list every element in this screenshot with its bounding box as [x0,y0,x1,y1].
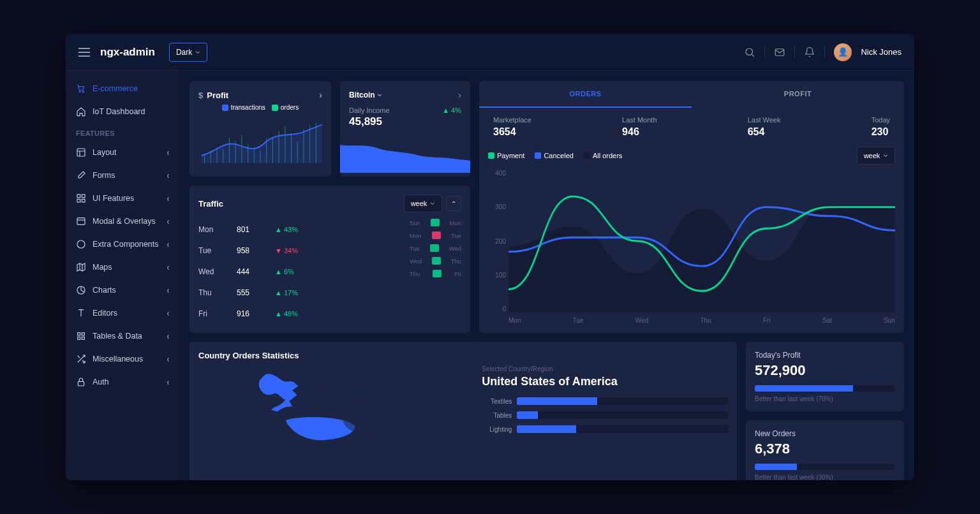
svg-rect-22 [78,381,84,386]
chevron-down-icon [885,151,888,161]
sidebar-item-label: Extra Components [93,240,159,249]
tab-orders[interactable]: ORDERS [479,81,692,108]
traffic-title: Traffic [198,199,223,209]
svg-point-0 [746,48,753,55]
chevron-left-icon: ‹ [167,262,169,272]
traffic-row: Thu555▲ 17% [198,282,397,303]
profit-chart [198,115,322,168]
sidebar-item-label: Auth [93,378,109,386]
lock-icon [76,377,86,387]
browser-icon [76,216,86,226]
chevron-left-icon: ‹ [167,331,169,341]
stat-card: Today's Profit572,900Better than last we… [746,342,904,411]
sidebar-item-label: Charts [93,286,116,295]
chevron-left-icon: ‹ [167,170,169,180]
category-bar: Lighting [482,425,728,433]
sidebar-item-label: Editors [93,309,117,318]
menu-toggle-icon[interactable] [78,48,90,57]
traffic-row: Fri916▲ 48% [198,303,397,324]
profit-title: Profit [207,91,228,100]
more-icon[interactable]: › [319,90,322,100]
sidebar-item-label: UI Features [93,194,134,203]
sidebar-item-label: IoT Dashboard [93,107,145,116]
sidebar-item-tables-data[interactable]: Tables & Data‹ [66,325,179,348]
metric: Today230 [872,116,890,138]
chevron-left-icon: ‹ [167,354,169,363]
sidebar-item-label: Tables & Data [93,332,142,341]
avatar[interactable]: 👤 [834,43,852,61]
delta-up: ▲ 17% [275,289,298,297]
collapse-icon[interactable]: ⌃ [446,196,461,211]
legend-item[interactable]: Canceled [535,152,573,159]
currency-selector[interactable]: Bitcoin [349,90,382,100]
traffic-mini-row: TueWed [410,244,461,252]
layout-icon [76,147,86,158]
sidebar-item-e-commerce[interactable]: E-commerce [66,77,179,100]
chevron-left-icon: ‹ [167,193,169,203]
sidebar-item-label: Maps [93,263,112,272]
tables-icon [76,331,86,341]
nav-section-header: FEATURES [66,123,179,141]
svg-point-43 [319,386,348,404]
profit-card: $ Profit › transactionsorders [189,81,331,177]
country-title: Country Orders Statistics [198,351,728,360]
search-icon[interactable] [744,47,755,58]
metric: Last Week654 [748,116,781,138]
sidebar-item-editors[interactable]: Editors‹ [66,302,179,325]
sidebar-item-forms[interactable]: Forms‹ [66,164,179,187]
bitcoin-card: Bitcoin › Daily Income 45,895 ▲ 4% [340,81,470,177]
chevron-left-icon: ‹ [167,147,169,157]
sidebar-item-iot-dashboard[interactable]: IoT Dashboard [66,100,179,123]
traffic-row: Wed444▲ 6% [198,261,397,282]
chevron-down-icon [432,198,435,209]
sidebar-item-label: Modal & Overlays [93,217,156,226]
sidebar-item-charts[interactable]: Charts‹ [66,279,179,302]
world-map[interactable] [198,365,469,480]
side-stats: Today's Profit572,900Better than last we… [746,342,904,480]
sidebar-item-auth[interactable]: Auth‹ [66,371,179,393]
more-icon[interactable]: › [458,90,461,100]
cart-icon [76,84,86,94]
sidebar-item-layout[interactable]: Layout‹ [66,141,179,164]
traffic-mini-row: ThuFri [410,270,461,277]
svg-rect-5 [77,149,85,156]
chevron-left-icon: ‹ [167,377,169,386]
metric: Marketplace3654 [493,116,531,138]
main-content: $ Profit › transactionsorders Bitc [179,71,914,480]
traffic-card: Traffic week ⌃ Mon801▲ 43%Tue958▼ 34%Wed… [189,186,470,333]
text-icon [76,308,86,318]
svg-rect-20 [78,337,80,339]
svg-point-3 [79,91,80,92]
bell-icon[interactable] [804,47,815,58]
sidebar-item-label: Miscellaneous [93,355,143,363]
metric: Last Month946 [622,116,657,138]
legend-item[interactable]: All orders [584,152,622,159]
mail-icon[interactable] [774,47,785,58]
delta-down: ▼ 34% [275,247,298,254]
svg-rect-21 [82,337,84,339]
legend-item[interactable]: Payment [488,152,524,159]
period-selector[interactable]: week [857,147,895,165]
bitcoin-chart [340,133,470,177]
category-bar: Tables [482,411,728,419]
selected-country-label: Selected Country/Region [482,365,728,372]
svg-rect-2 [776,48,785,55]
tab-profit[interactable]: PROFIT [692,81,904,108]
country-orders-card: Country Orders Statistics Selected Cou [189,342,737,480]
sidebar-item-extra-components[interactable]: Extra Components‹ [66,233,179,256]
grid-icon [76,193,86,203]
sidebar-item-maps[interactable]: Maps‹ [66,256,179,279]
category-bar: Textiles [482,397,728,405]
traffic-mini-row: SunMon [410,219,461,226]
sidebar-item-modal-overlays[interactable]: Modal & Overlays‹ [66,210,179,233]
theme-selector[interactable]: Dark [169,43,207,62]
traffic-period-selector[interactable]: week [404,195,442,212]
svg-line-1 [752,54,754,56]
sidebar-item-miscellaneous[interactable]: Miscellaneous‹ [66,348,179,371]
sidebar-item-label: Layout [93,148,117,157]
orders-card: ORDERSPROFIT Marketplace3654Last Month94… [479,81,904,333]
home-icon [76,106,86,117]
sidebar-item-ui-features[interactable]: UI Features‹ [66,187,179,210]
legend-item: orders [272,104,299,111]
svg-rect-10 [77,199,80,202]
